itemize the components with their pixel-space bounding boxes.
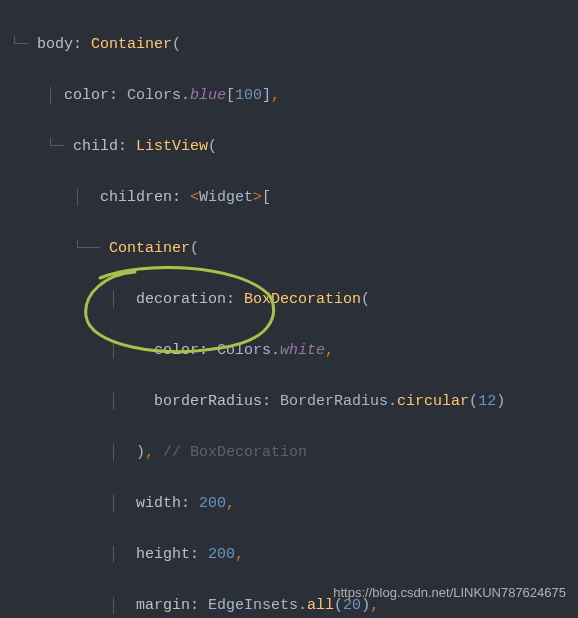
code-block[interactable]: └─ body: Container( │ color: Colors.blue… bbox=[0, 0, 578, 618]
code-line-6: │ decoration: BoxDecoration( bbox=[10, 287, 578, 313]
code-line-2: │ color: Colors.blue[100], bbox=[10, 83, 578, 109]
code-line-1: └─ body: Container( bbox=[10, 32, 578, 58]
code-line-7: │ color: Colors.white, bbox=[10, 338, 578, 364]
code-line-8: │ borderRadius: BorderRadius.circular(12… bbox=[10, 389, 578, 415]
code-line-3: └─ child: ListView( bbox=[10, 134, 578, 160]
watermark-text: https://blog.csdn.net/LINKUN787624675 bbox=[333, 582, 566, 604]
code-line-11: │ height: 200, bbox=[10, 542, 578, 568]
code-line-9: │ ), // BoxDecoration bbox=[10, 440, 578, 466]
code-line-4: │ children: <Widget>[ bbox=[10, 185, 578, 211]
code-line-10: │ width: 200, bbox=[10, 491, 578, 517]
code-line-5: └── Container( bbox=[10, 236, 578, 262]
